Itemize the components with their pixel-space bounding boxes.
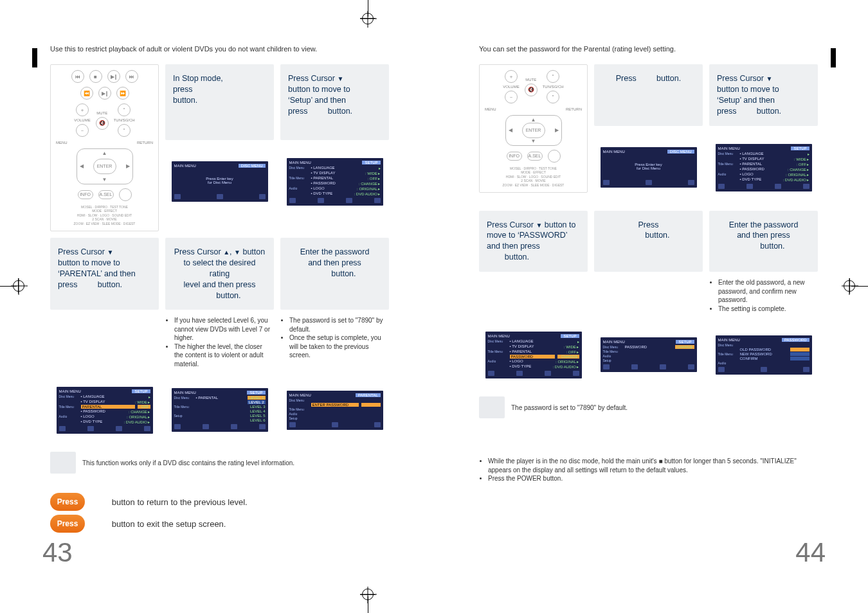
remote-misc-icon bbox=[119, 188, 132, 201]
remote-mute-icon: 🔇 bbox=[96, 117, 109, 130]
step3-line3: and then press bbox=[487, 242, 540, 251]
step-4-card: Press button. bbox=[594, 211, 703, 272]
left-arrow-icon: ◀ bbox=[80, 163, 84, 169]
osd-header-right: SETUP bbox=[362, 161, 380, 164]
down-arrow-icon: ▼ bbox=[337, 75, 343, 82]
step1-line2: press bbox=[173, 85, 193, 94]
step3-line1-pre: Press Cursor bbox=[58, 247, 105, 256]
remote-vol-down-icon: － bbox=[76, 124, 89, 137]
step1-line3-tail: button. bbox=[173, 96, 197, 105]
note-icon bbox=[50, 452, 76, 474]
step4-line1-mid: , bbox=[230, 247, 231, 256]
remote-asel-button: A.SEL bbox=[98, 190, 114, 199]
page-number: 44 bbox=[795, 537, 826, 568]
remote-menu-label: MENU bbox=[56, 141, 68, 145]
step4-line2: to select the desired rating bbox=[184, 258, 256, 278]
remote-play-icon: ▶‖ bbox=[107, 70, 120, 83]
step2-line2: button to move to bbox=[717, 85, 779, 94]
step-5-card: Enter the password and then press button… bbox=[709, 211, 818, 272]
remote-next-icon: ⏭ bbox=[125, 70, 138, 83]
note-icon bbox=[479, 396, 505, 418]
press-badge: Press bbox=[50, 493, 85, 511]
remote-illustration: ＋ VOLUME － MUTE 🔇 ˄ TUN/SG/CH ˅ bbox=[479, 64, 588, 203]
step-3-card: Press Cursor ▼ button to move to ‘PASSWO… bbox=[479, 211, 588, 272]
osd-password-fields-shot: MAIN MENUPASSWORD Disc Menu OLD PASSWORD… bbox=[709, 319, 818, 390]
step5-line1: Enter the password bbox=[729, 220, 799, 229]
crop-register-icon bbox=[362, 589, 374, 600]
page-edge-tab bbox=[831, 48, 836, 67]
footer1-text: button to return to the previous level. bbox=[112, 497, 248, 507]
note-item: The password is set to "7890" by default… bbox=[289, 316, 385, 333]
note-item: The higher the level, the closer the con… bbox=[174, 342, 270, 369]
step1-line1: In Stop mode, bbox=[173, 74, 223, 83]
return-footer: Press button to return to the previous l… bbox=[50, 493, 389, 511]
step-1-card: In Stop mode, press button. bbox=[165, 64, 274, 140]
step3-line2: move to ‘PASSWORD’ bbox=[487, 231, 568, 240]
osd-header-right: DISC MENU bbox=[239, 164, 266, 168]
remote-volume-label: VOLUME bbox=[74, 118, 90, 122]
down-arrow-icon: ▼ bbox=[107, 249, 113, 256]
step4-line1-tail: button bbox=[242, 247, 265, 256]
remote-return-label: RETURN bbox=[566, 107, 582, 111]
remote-return-label: RETURN bbox=[137, 141, 153, 145]
step5-line1: Enter the password bbox=[300, 247, 370, 256]
step-2-card: Press Cursor ▼ button to move to ‘Setup’… bbox=[280, 64, 389, 140]
step4-line3: level and then press bbox=[184, 280, 256, 289]
step-1-card: Press button. bbox=[594, 64, 703, 126]
remote-vol-up-icon: ＋ bbox=[76, 103, 89, 116]
initialize-notes: While the player is in the no disc mode,… bbox=[479, 457, 818, 483]
step3-line1-pre: Press Cursor bbox=[487, 220, 534, 229]
remote-dpad: ▲ ▼ ◀ ▶ ENTER bbox=[77, 148, 133, 184]
remote-enter-button: ENTER bbox=[522, 123, 545, 138]
remote-mute-label: MUTE bbox=[96, 111, 107, 115]
step5-line2: and then press bbox=[308, 258, 361, 267]
step-3-card: Press Cursor ▼ button to move to ‘PARENT… bbox=[50, 238, 159, 310]
step-4-card: Press Cursor ▲, ▼ button to select the d… bbox=[165, 238, 274, 310]
note-item: Press the POWER button. bbox=[488, 474, 814, 483]
page-number: 43 bbox=[42, 537, 73, 568]
osd-disc-menu-shot: MAIN MENUDISC MENU Press Enter key for D… bbox=[165, 147, 274, 217]
exit-footer: Press button to exit the setup screen. bbox=[50, 515, 389, 533]
remote-enter-button: ENTER bbox=[93, 159, 116, 174]
step3-line3: ‘PARENTAL’ and then bbox=[58, 269, 136, 278]
step2-line2: button to move to bbox=[288, 85, 350, 94]
step2-line1-pre: Press Cursor bbox=[717, 74, 764, 83]
step-5-card: Enter the password and then press button… bbox=[280, 238, 389, 310]
osd-msg2: for Disc Menu bbox=[174, 181, 266, 184]
remote-menu-label: MENU bbox=[485, 107, 496, 111]
note-item: Enter the old password, a new password, … bbox=[718, 278, 814, 305]
step4-line2-tail: button. bbox=[645, 231, 669, 240]
osd-parental-highlight-shot: MAIN MENUSETUP Disc Menu• LANGUAGE▸ • TV… bbox=[50, 375, 159, 445]
remote-pause-icon: ▶‖ bbox=[98, 87, 111, 100]
down-arrow-icon: ▼ bbox=[102, 177, 107, 182]
up-arrow-icon: ▲ bbox=[223, 249, 230, 256]
step5-notes: The password is set to "7890" by default… bbox=[280, 316, 389, 368]
remote-vol-down-icon: － bbox=[505, 91, 518, 103]
up-arrow-icon: ▲ bbox=[102, 150, 107, 156]
step3-line1-tail: button to bbox=[545, 220, 576, 229]
step4-notes: If you have selected Level 6, you cannot… bbox=[165, 316, 274, 368]
rating-level-note: This function works only if a DVD disc c… bbox=[50, 452, 389, 474]
remote-ch-down-icon: ˅ bbox=[547, 91, 559, 103]
note-item: While the player is in the no disc mode,… bbox=[488, 457, 814, 474]
page-44: You can set the password for the Parenta… bbox=[434, 45, 829, 568]
remote-stop-icon: ■ bbox=[89, 70, 102, 83]
step3-line2: button to move to bbox=[58, 258, 120, 267]
step2-line4-pre: press bbox=[717, 107, 737, 116]
step2-line4-tail: button. bbox=[328, 107, 352, 116]
down-arrow-icon: ▼ bbox=[766, 75, 772, 82]
remote-dpad: ▲▼ ◀▶ ENTER bbox=[505, 115, 562, 146]
remote-mute-icon: 🔇 bbox=[525, 84, 538, 96]
osd-header-left: MAIN MENU bbox=[174, 164, 196, 168]
step1-pre: Press bbox=[616, 74, 637, 83]
osd-setup-shot: MAIN MENUSETUP Disc Menu• LANGUAGE▸ • TV… bbox=[709, 132, 818, 203]
osd-header-left: MAIN MENU bbox=[289, 161, 311, 164]
down-arrow-icon: ▼ bbox=[234, 249, 240, 256]
empty-cell bbox=[50, 316, 159, 368]
page-edge-tab bbox=[32, 48, 37, 67]
crop-register-icon bbox=[13, 280, 24, 292]
note-item: Once the setup is complete, you will be … bbox=[289, 333, 385, 360]
step3-line4-pre: press bbox=[58, 280, 78, 289]
default-password-note: The password is set to "7890" by default… bbox=[479, 396, 818, 418]
osd-setup-shot: MAIN MENUSETUP Disc Menu• LANGUAGE▸ • TV… bbox=[280, 147, 389, 217]
